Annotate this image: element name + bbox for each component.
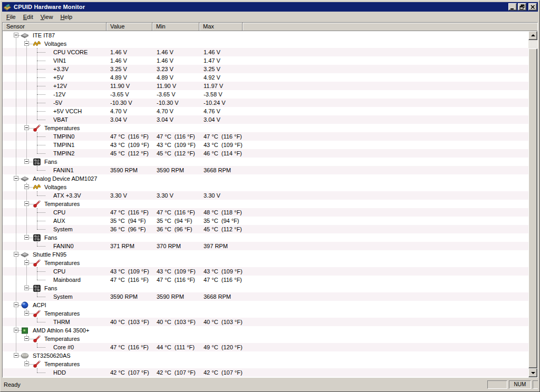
scroll-thumb[interactable] [528, 48, 537, 368]
menu-file[interactable]: File [3, 13, 20, 22]
collapse-toggle[interactable] [24, 159, 29, 164]
sensor-label: +5V VCCH [53, 108, 82, 114]
sensor-label: FANIN1 [53, 167, 74, 173]
sensor-label: ATX +3.3V [53, 192, 81, 199]
close-button[interactable] [528, 3, 537, 11]
sensor-row[interactable]: FANIN13590 RPM3590 RPM3668 RPM [3, 166, 528, 174]
collapse-toggle[interactable] [14, 33, 18, 37]
device-row[interactable]: ST3250620AS [3, 351, 528, 360]
collapse-toggle[interactable] [24, 336, 29, 341]
collapse-toggle[interactable] [24, 361, 29, 366]
sensor-row[interactable]: TMPIN143 °C (109 °F)43 °C (109 °F)43 °C … [3, 141, 528, 149]
sensor-row[interactable]: TMPIN245 °C (112 °F)45 °C (112 °F)46 °C … [3, 149, 528, 158]
category-row[interactable]: Temperatures [3, 360, 528, 368]
collapse-toggle[interactable] [14, 328, 18, 332]
category-row[interactable]: Voltages [3, 40, 528, 48]
minimize-button[interactable] [508, 3, 517, 11]
collapse-toggle[interactable] [24, 41, 29, 46]
device-row[interactable]: Analog Device ADM1027 [3, 174, 528, 183]
max-cell: 47 °C (116 °F) [204, 133, 242, 140]
status-panel-scroll [533, 380, 538, 389]
sensor-row[interactable]: System36 °C (96 °F)36 °C (96 °F)45 °C (1… [3, 225, 528, 233]
collapse-toggle[interactable] [24, 235, 29, 240]
sensor-row[interactable]: Mainboard47 °C (116 °F)47 °C (116 °F)47 … [3, 276, 528, 284]
sensor-row[interactable]: CPU47 °C (116 °F)47 °C (116 °F)48 °C (11… [3, 208, 528, 217]
column-header-max[interactable]: Max [199, 23, 243, 31]
category-row[interactable]: Temperatures [3, 259, 528, 267]
device-row[interactable]: AMD Athlon 64 3500+ [3, 326, 528, 335]
menu-view[interactable]: View [37, 13, 57, 22]
column-header-row: SensorValueMinMax [3, 23, 537, 31]
collapse-toggle[interactable] [14, 176, 18, 181]
collapse-toggle[interactable] [24, 286, 29, 290]
collapse-toggle[interactable] [24, 125, 29, 130]
sensor-row[interactable]: -12V-3.65 V-3.65 V-3.58 V [3, 90, 528, 99]
category-row[interactable]: Fans [3, 158, 528, 166]
sensor-label: THRM [53, 319, 70, 325]
collapse-toggle[interactable] [14, 302, 18, 307]
min-cell: 43 °C (109 °F) [157, 142, 196, 148]
title-bar[interactable]: CPUID Hardware Monitor [2, 2, 538, 12]
scroll-up-button[interactable] [528, 31, 537, 40]
collapse-toggle[interactable] [24, 201, 29, 206]
restore-button[interactable] [518, 3, 526, 11]
sensor-row[interactable]: Core #047 °C (116 °F)44 °C (111 °F)49 °C… [3, 343, 528, 351]
sensor-row[interactable]: +3.3V3.25 V3.23 V3.25 V [3, 65, 528, 73]
column-header-value[interactable]: Value [107, 23, 152, 31]
sensor-row[interactable]: TMPIN047 °C (116 °F)47 °C (116 °F)47 °C … [3, 132, 528, 141]
device-row[interactable]: ACPI [3, 301, 528, 309]
sensor-row[interactable]: HDD42 °C (107 °F)42 °C (107 °F)42 °C (10… [3, 368, 528, 377]
scroll-track[interactable] [528, 40, 537, 48]
category-row[interactable]: Temperatures [3, 200, 528, 208]
sensor-row[interactable]: VIN11.46 V1.46 V1.47 V [3, 56, 528, 65]
sensor-row[interactable]: System3590 RPM3590 RPM3668 RPM [3, 292, 528, 301]
sensor-row[interactable]: AUX35 °C (94 °F)35 °C (94 °F)35 °C (94 °… [3, 217, 528, 225]
menu-edit[interactable]: Edit [20, 13, 37, 22]
category-row[interactable]: Fans [3, 284, 528, 292]
collapse-toggle[interactable] [24, 260, 29, 265]
sensor-row[interactable]: THRM40 °C (103 °F)40 °C (103 °F)40 °C (1… [3, 318, 528, 326]
tree-connector [37, 136, 45, 137]
tree-connector [37, 271, 45, 272]
max-cell: 49 °C (120 °F) [204, 344, 243, 350]
window-title: CPUID Hardware Monitor [14, 4, 507, 10]
min-cell: 47 °C (116 °F) [157, 209, 195, 215]
collapse-toggle[interactable] [24, 311, 29, 316]
sensor-label: System [53, 226, 73, 232]
category-row[interactable]: Temperatures [3, 309, 528, 318]
value-cell: 45 °C (112 °F) [110, 150, 149, 156]
device-row[interactable]: ITE IT87 [3, 31, 528, 40]
sensor-row[interactable]: ATX +3.3V3.30 V3.30 V3.30 V [3, 191, 528, 200]
vertical-scrollbar[interactable] [528, 31, 537, 377]
sensor-label: AUX [53, 218, 65, 224]
scroll-down-button[interactable] [528, 368, 537, 377]
menu-help[interactable]: Help [56, 13, 76, 22]
category-row[interactable]: Temperatures [3, 124, 528, 132]
min-cell: 3590 RPM [157, 167, 184, 173]
device-row[interactable]: Shuttle FN95 [3, 250, 528, 259]
sensor-row[interactable]: CPU43 °C (109 °F)43 °C (109 °F)43 °C (10… [3, 267, 528, 276]
sensor-row[interactable]: CPU VCORE1.46 V1.46 V1.46 V [3, 48, 528, 56]
max-cell: 43 °C (109 °F) [204, 142, 243, 148]
max-cell: 3668 RPM [204, 293, 231, 300]
sensor-row[interactable]: +5V4.89 V4.89 V4.92 V [3, 73, 528, 82]
category-row[interactable]: Fans [3, 233, 528, 242]
column-header-min[interactable]: Min [152, 23, 199, 31]
value-cell: -3.65 V [110, 91, 129, 97]
sensor-row[interactable]: VBAT3.04 V3.04 V3.04 V [3, 115, 528, 124]
collapse-toggle[interactable] [14, 353, 18, 358]
sensor-panel: SensorValueMinMax ITE IT87VoltagesCPU VC… [2, 22, 538, 378]
sensor-row[interactable]: +5V VCCH4.70 V4.70 V4.76 V [3, 107, 528, 115]
collapse-toggle[interactable] [24, 184, 29, 189]
tree-connector [37, 195, 45, 196]
collapse-toggle[interactable] [14, 252, 18, 257]
category-row[interactable]: Voltages [3, 183, 528, 191]
column-header-sensor[interactable]: Sensor [3, 23, 107, 31]
tree-connector [37, 229, 45, 230]
sensor-row[interactable]: FANIN0371 RPM370 RPM397 RPM [3, 242, 528, 250]
sensor-row[interactable]: -5V-10.30 V-10.30 V-10.24 V [3, 99, 528, 107]
category-row[interactable]: Temperatures [3, 335, 528, 343]
max-cell: 43 °C (109 °F) [204, 268, 243, 275]
sensor-row[interactable]: +12V11.90 V11.90 V11.97 V [3, 82, 528, 90]
sensor-label: FANIN0 [53, 243, 74, 249]
